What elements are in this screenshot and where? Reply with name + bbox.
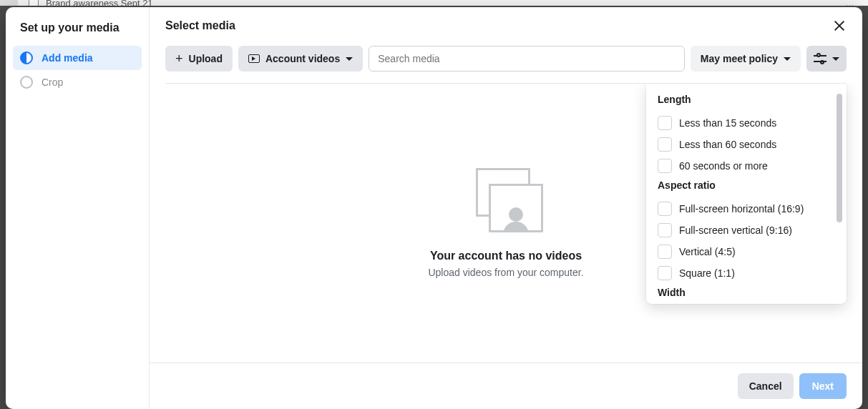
filter-option-label: Full-screen horizontal (16:9) [679, 203, 804, 215]
filter-group-heading-aspect: Aspect ratio [658, 179, 835, 191]
background-checkbox [29, 0, 39, 6]
account-videos-label: Account videos [265, 53, 340, 64]
checkbox[interactable] [658, 159, 672, 173]
policy-label: May meet policy [701, 53, 778, 64]
close-icon[interactable] [832, 19, 847, 33]
sidebar: Set up your media Add media Crop [6, 7, 149, 409]
sidebar-step-label: Add media [42, 52, 93, 64]
filter-option-1-1[interactable]: Square (1:1) [658, 262, 835, 284]
background-campaign-row: Brand awareness Sept 21 … [18, 0, 868, 6]
plus-icon: + [175, 52, 183, 65]
checkbox[interactable] [658, 116, 672, 130]
filters-button[interactable] [806, 46, 847, 72]
main-panel: Select media + Upload Account videos May… [149, 7, 862, 409]
video-icon [248, 54, 260, 63]
chevron-down-icon [784, 57, 791, 61]
sidebar-step-add-media[interactable]: Add media [13, 46, 142, 70]
policy-filter-dropdown[interactable]: May meet policy [691, 46, 801, 72]
filter-option-label: Less than 60 seconds [679, 139, 776, 150]
filter-option-lt-15s[interactable]: Less than 15 seconds [658, 112, 835, 134]
filter-option-label: Vertical (4:5) [679, 246, 736, 257]
filter-option-label: Full-screen vertical (9:16) [679, 225, 792, 236]
search-input[interactable] [369, 46, 685, 72]
empty-subtitle: Upload videos from your computer. [428, 267, 583, 278]
media-modal: Set up your media Add media Crop Select … [6, 7, 862, 409]
filter-scroll: Length Less than 15 seconds Less than 60… [658, 94, 835, 304]
step-progress-icon [20, 51, 33, 64]
modal-footer: Cancel Next [150, 363, 862, 409]
filter-option-lt-60s[interactable]: Less than 60 seconds [658, 134, 835, 155]
checkbox[interactable] [658, 223, 672, 237]
filter-option-label: 60 seconds or more [679, 160, 768, 172]
filter-option-4-5[interactable]: Vertical (4:5) [658, 241, 835, 262]
checkbox[interactable] [658, 202, 672, 216]
chevron-down-icon [832, 57, 839, 61]
modal-header: Select media [150, 7, 862, 36]
toolbar: + Upload Account videos May meet policy [150, 36, 862, 83]
filter-group-heading-width: Width [658, 287, 835, 298]
filter-panel: Length Less than 15 seconds Less than 60… [646, 84, 847, 304]
scrollbar-thumb[interactable] [837, 94, 842, 222]
checkbox[interactable] [658, 245, 672, 259]
upload-button[interactable]: + Upload [165, 46, 233, 72]
sidebar-step-crop[interactable]: Crop [13, 70, 142, 94]
filter-option-label: Square (1:1) [679, 267, 735, 279]
cancel-button[interactable]: Cancel [738, 373, 794, 399]
upload-label: Upload [189, 53, 223, 64]
sidebar-step-label: Crop [42, 77, 63, 88]
filter-option-label: Less than 15 seconds [679, 117, 776, 129]
background-row-label: Brand awareness Sept 21 [46, 0, 845, 6]
sidebar-title: Set up your media [13, 21, 142, 46]
account-videos-dropdown[interactable]: Account videos [238, 46, 363, 72]
modal-title: Select media [165, 19, 235, 32]
more-icon: … [845, 0, 868, 6]
checkbox[interactable] [658, 266, 672, 280]
filter-option-16-9[interactable]: Full-screen horizontal (16:9) [658, 198, 835, 220]
next-button[interactable]: Next [799, 373, 847, 399]
filter-option-ge-60s[interactable]: 60 seconds or more [658, 155, 835, 177]
filter-option-9-16[interactable]: Full-screen vertical (9:16) [658, 220, 835, 241]
panel-scrollbar[interactable] [837, 94, 842, 304]
empty-title: Your account has no videos [430, 250, 582, 262]
chevron-down-icon [346, 57, 353, 61]
step-empty-icon [20, 76, 33, 89]
content-area: Your account has no videos Upload videos… [150, 84, 862, 363]
filter-group-heading-length: Length [658, 94, 835, 105]
sliders-icon [814, 54, 826, 64]
empty-illustration [467, 168, 545, 237]
checkbox[interactable] [658, 137, 672, 152]
